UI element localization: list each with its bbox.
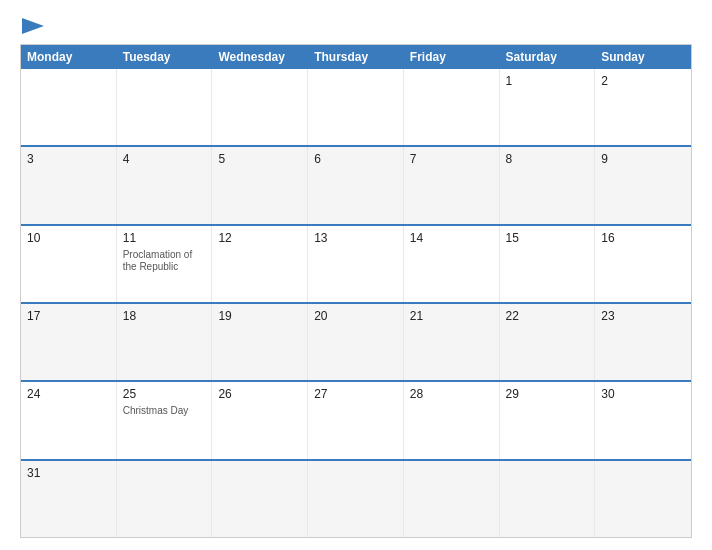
calendar-cell: 6 (308, 147, 404, 223)
calendar-cell: 21 (404, 304, 500, 380)
day-number: 16 (601, 231, 685, 245)
header-day-sunday: Sunday (595, 45, 691, 69)
day-number: 31 (27, 466, 110, 480)
day-number: 2 (601, 74, 685, 88)
calendar-cell: 10 (21, 226, 117, 302)
day-number: 21 (410, 309, 493, 323)
calendar-cell: 12 (212, 226, 308, 302)
day-number: 9 (601, 152, 685, 166)
day-number: 27 (314, 387, 397, 401)
day-number: 1 (506, 74, 589, 88)
calendar-row-1: 3456789 (21, 145, 691, 223)
calendar-cell: 2 (595, 69, 691, 145)
calendar-body: 1234567891011Proclamation of the Republi… (21, 69, 691, 537)
day-number: 14 (410, 231, 493, 245)
calendar-row-2: 1011Proclamation of the Republic12131415… (21, 224, 691, 302)
header-day-tuesday: Tuesday (117, 45, 213, 69)
calendar-cell: 24 (21, 382, 117, 458)
header-day-thursday: Thursday (308, 45, 404, 69)
day-number: 22 (506, 309, 589, 323)
calendar-cell (500, 461, 596, 537)
calendar-cell (212, 69, 308, 145)
day-number: 15 (506, 231, 589, 245)
day-number: 5 (218, 152, 301, 166)
calendar-cell: 23 (595, 304, 691, 380)
calendar-cell: 27 (308, 382, 404, 458)
day-number: 29 (506, 387, 589, 401)
day-number: 8 (506, 152, 589, 166)
calendar-cell (308, 461, 404, 537)
day-number: 17 (27, 309, 110, 323)
calendar-cell: 14 (404, 226, 500, 302)
day-number: 12 (218, 231, 301, 245)
calendar-cell: 8 (500, 147, 596, 223)
day-number: 30 (601, 387, 685, 401)
page: MondayTuesdayWednesdayThursdayFridaySatu… (0, 0, 712, 550)
day-number: 4 (123, 152, 206, 166)
calendar-cell: 7 (404, 147, 500, 223)
calendar-row-0: 12 (21, 69, 691, 145)
day-number: 6 (314, 152, 397, 166)
calendar-cell: 9 (595, 147, 691, 223)
calendar-cell: 11Proclamation of the Republic (117, 226, 213, 302)
calendar-cell: 13 (308, 226, 404, 302)
header-day-monday: Monday (21, 45, 117, 69)
header-day-wednesday: Wednesday (212, 45, 308, 69)
calendar-row-5: 31 (21, 459, 691, 537)
calendar-cell: 3 (21, 147, 117, 223)
calendar-cell (404, 461, 500, 537)
calendar-cell (595, 461, 691, 537)
logo (20, 18, 44, 34)
calendar-row-3: 17181920212223 (21, 302, 691, 380)
day-number: 3 (27, 152, 110, 166)
header-day-friday: Friday (404, 45, 500, 69)
calendar-cell: 1 (500, 69, 596, 145)
day-number: 11 (123, 231, 206, 245)
day-number: 23 (601, 309, 685, 323)
calendar-cell (21, 69, 117, 145)
calendar-cell: 19 (212, 304, 308, 380)
calendar-row-4: 2425Christmas Day2627282930 (21, 380, 691, 458)
calendar-header: MondayTuesdayWednesdayThursdayFridaySatu… (21, 45, 691, 69)
calendar-cell: 29 (500, 382, 596, 458)
calendar-cell (308, 69, 404, 145)
day-number: 20 (314, 309, 397, 323)
day-number: 24 (27, 387, 110, 401)
holiday-label: Proclamation of the Republic (123, 249, 206, 273)
calendar-cell (117, 69, 213, 145)
calendar-cell (117, 461, 213, 537)
calendar-cell: 4 (117, 147, 213, 223)
calendar-cell: 28 (404, 382, 500, 458)
day-number: 18 (123, 309, 206, 323)
calendar-cell: 15 (500, 226, 596, 302)
calendar-cell (404, 69, 500, 145)
day-number: 25 (123, 387, 206, 401)
day-number: 7 (410, 152, 493, 166)
header-day-saturday: Saturday (500, 45, 596, 69)
calendar: MondayTuesdayWednesdayThursdayFridaySatu… (20, 44, 692, 538)
day-number: 26 (218, 387, 301, 401)
logo-flag-icon (22, 18, 44, 34)
day-number: 10 (27, 231, 110, 245)
holiday-label: Christmas Day (123, 405, 206, 417)
calendar-cell: 30 (595, 382, 691, 458)
calendar-cell (212, 461, 308, 537)
header (20, 18, 692, 34)
calendar-cell: 25Christmas Day (117, 382, 213, 458)
svg-marker-0 (22, 18, 44, 34)
calendar-cell: 5 (212, 147, 308, 223)
day-number: 28 (410, 387, 493, 401)
calendar-cell: 26 (212, 382, 308, 458)
day-number: 19 (218, 309, 301, 323)
calendar-cell: 17 (21, 304, 117, 380)
calendar-cell: 31 (21, 461, 117, 537)
calendar-cell: 18 (117, 304, 213, 380)
day-number: 13 (314, 231, 397, 245)
calendar-cell: 22 (500, 304, 596, 380)
calendar-cell: 16 (595, 226, 691, 302)
calendar-cell: 20 (308, 304, 404, 380)
